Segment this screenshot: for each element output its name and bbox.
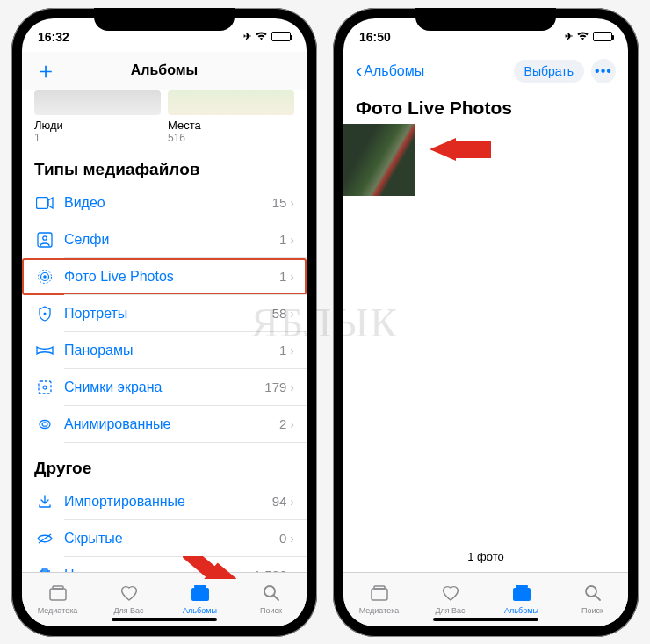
for-you-icon [119, 584, 139, 604]
phone-left: 16:32 ✈ ＋ Альбомы Люди 1 [11, 8, 317, 637]
section-other: Другое [22, 443, 307, 483]
library-icon [369, 584, 390, 604]
screen-left: 16:32 ✈ ＋ Альбомы Люди 1 [22, 18, 307, 626]
panorama-icon [34, 345, 55, 356]
hidden-icon [34, 532, 55, 545]
row-count: 94 [272, 494, 287, 509]
row-count: 1 [279, 343, 286, 358]
chevron-right-icon: › [290, 568, 294, 572]
airplane-icon: ✈ [243, 31, 251, 42]
chevron-right-icon: › [290, 307, 294, 321]
album-count: 1 [34, 132, 161, 144]
photo-thumbnail[interactable] [343, 124, 415, 196]
more-button[interactable]: ••• [591, 59, 616, 83]
live-photos-icon [34, 269, 55, 285]
svg-rect-11 [53, 586, 63, 589]
row-label: Снимки экрана [64, 380, 264, 395]
tab-label: Медиатека [359, 606, 400, 615]
row-selfie[interactable]: Селфи 1 › [22, 221, 307, 258]
row-label: Скрытые [64, 531, 279, 546]
battery-icon [593, 32, 612, 41]
tab-label: Альбомы [504, 606, 538, 615]
svg-point-14 [264, 586, 275, 597]
album-title: Фото Live Photos [343, 90, 628, 124]
row-imported[interactable]: Импортированные 94 › [22, 483, 307, 520]
svg-rect-18 [513, 588, 531, 601]
airplane-icon: ✈ [565, 31, 573, 42]
row-hidden[interactable]: Скрытые 0 › [22, 520, 307, 557]
search-icon [584, 584, 602, 604]
status-indicators: ✈ [565, 31, 612, 42]
home-indicator[interactable] [112, 618, 217, 621]
animated-icon [34, 416, 55, 432]
tab-library[interactable]: Медиатека [343, 573, 415, 626]
row-video[interactable]: Видео 15 › [22, 185, 307, 221]
album-label: Люди [34, 119, 161, 132]
row-label: Видео [64, 195, 272, 211]
svg-rect-7 [39, 381, 51, 394]
row-screenshots[interactable]: Снимки экрана 179 › [22, 369, 307, 406]
nav-title: Альбомы [22, 62, 307, 78]
row-animated[interactable]: Анимированные 2 › [22, 406, 307, 443]
select-button[interactable]: Выбрать [514, 60, 584, 83]
nav-header: ＋ Альбомы [22, 52, 307, 90]
video-icon [34, 197, 55, 209]
tab-search[interactable]: Поиск [557, 573, 628, 626]
section-media-types: Типы медиафайлов [22, 144, 307, 185]
phone-right: 16:50 ✈ ‹ Альбомы Выбрать ••• Фото Live … [333, 8, 639, 637]
album-thumb [168, 90, 294, 115]
battery-icon [271, 32, 291, 41]
row-live-photos[interactable]: Фото Live Photos 1 › [22, 258, 307, 295]
svg-rect-0 [37, 197, 48, 208]
album-thumb [34, 90, 161, 115]
row-count: 1 596 [254, 568, 287, 572]
search-icon [263, 584, 280, 604]
chevron-right-icon: › [290, 532, 294, 546]
svg-rect-13 [194, 585, 206, 588]
chevron-right-icon: › [290, 344, 294, 358]
import-icon [34, 494, 55, 510]
screenshot-icon [34, 380, 55, 395]
chevron-right-icon: › [290, 270, 294, 284]
tab-search[interactable]: Поиск [235, 573, 307, 626]
status-time: 16:32 [38, 30, 69, 44]
row-count: 58 [272, 306, 287, 321]
tab-label: Поиск [581, 606, 603, 615]
trash-icon [34, 568, 55, 572]
tab-label: Поиск [260, 606, 282, 615]
row-portraits[interactable]: Портреты 58 › [22, 295, 307, 332]
add-button[interactable]: ＋ [34, 59, 57, 82]
back-button[interactable]: ‹ Альбомы [356, 60, 424, 83]
svg-point-6 [44, 312, 47, 315]
content-right[interactable]: 1 фото [343, 124, 628, 572]
row-label: Портреты [64, 306, 272, 322]
row-recently-deleted[interactable]: Недавно удаленные 1 596 › [22, 557, 307, 572]
content-left[interactable]: Люди 1 Места 516 Типы медиафайлов Видео … [22, 90, 307, 572]
album-card-people[interactable]: Люди 1 [34, 90, 161, 144]
screen-right: 16:50 ✈ ‹ Альбомы Выбрать ••• Фото Live … [343, 18, 628, 626]
home-indicator[interactable] [433, 618, 538, 621]
tab-library[interactable]: Медиатека [22, 573, 93, 626]
albums-icon [511, 584, 532, 604]
svg-line-21 [596, 596, 600, 600]
tab-label: Альбомы [183, 606, 217, 615]
chevron-right-icon: › [290, 196, 294, 210]
albums-icon [190, 584, 211, 604]
album-card-places[interactable]: Места 516 [168, 90, 294, 144]
row-count: 0 [279, 531, 286, 546]
row-panoramas[interactable]: Панорамы 1 › [22, 332, 307, 369]
chevron-left-icon: ‹ [356, 60, 362, 83]
svg-point-2 [43, 235, 47, 239]
svg-rect-10 [50, 589, 66, 600]
wifi-icon [255, 31, 268, 42]
svg-point-5 [43, 275, 47, 279]
status-indicators: ✈ [243, 31, 291, 42]
portrait-icon [34, 306, 55, 322]
chevron-right-icon: › [290, 380, 294, 394]
for-you-icon [441, 584, 460, 604]
notch [415, 8, 556, 31]
ellipsis-icon: ••• [595, 63, 612, 79]
selfie-icon [34, 232, 55, 248]
row-label: Импортированные [64, 494, 272, 510]
library-icon [47, 584, 69, 604]
